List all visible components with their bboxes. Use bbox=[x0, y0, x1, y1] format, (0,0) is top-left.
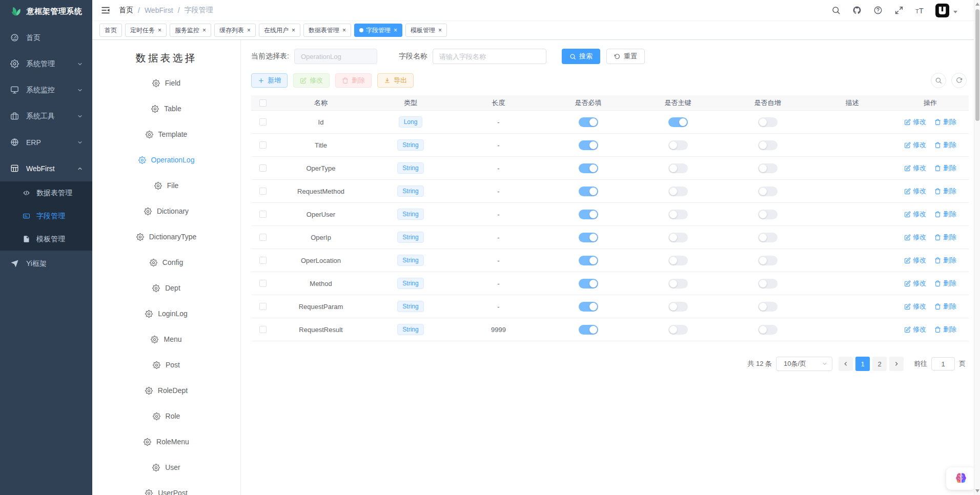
tab-2[interactable]: 服务监控 × bbox=[170, 24, 211, 37]
tree-item[interactable]: UserPost bbox=[92, 480, 240, 495]
required-switch[interactable] bbox=[579, 210, 598, 219]
row-checkbox[interactable] bbox=[259, 326, 267, 333]
assistant-fab[interactable] bbox=[946, 467, 976, 490]
next-page-button[interactable] bbox=[889, 357, 904, 371]
tab-5[interactable]: 数据表管理 × bbox=[303, 24, 351, 37]
edit-button[interactable]: 修改 bbox=[293, 73, 330, 88]
fullscreen-icon[interactable] bbox=[894, 6, 904, 15]
row-checkbox[interactable] bbox=[259, 164, 267, 172]
row-delete-button[interactable]: 删除 bbox=[934, 256, 956, 265]
row-edit-button[interactable]: 修改 bbox=[904, 163, 926, 173]
required-switch[interactable] bbox=[579, 279, 598, 288]
tab-0[interactable]: 首页 bbox=[99, 24, 122, 37]
scroll-up-icon[interactable] bbox=[975, 3, 979, 6]
page-number-button[interactable]: 2 bbox=[872, 357, 887, 371]
vertical-scrollbar[interactable] bbox=[974, 0, 980, 495]
primary-key-switch[interactable] bbox=[668, 302, 688, 312]
prev-page-button[interactable] bbox=[839, 357, 853, 371]
row-checkbox[interactable] bbox=[259, 280, 267, 287]
scrollbar-thumb[interactable] bbox=[975, 9, 979, 121]
primary-key-switch[interactable] bbox=[668, 233, 688, 242]
sidebar-subitem-1[interactable]: 字段管理 bbox=[0, 204, 92, 228]
auto-increment-switch[interactable] bbox=[758, 210, 778, 219]
row-delete-button[interactable]: 删除 bbox=[934, 163, 956, 173]
row-edit-button[interactable]: 修改 bbox=[904, 140, 926, 150]
tree-item[interactable]: Config bbox=[92, 250, 240, 275]
tab-close-icon[interactable]: × bbox=[247, 27, 251, 33]
sidebar-item-0[interactable]: 首页 bbox=[0, 25, 92, 51]
primary-key-switch[interactable] bbox=[668, 117, 688, 127]
row-delete-button[interactable]: 删除 bbox=[934, 325, 956, 334]
tree-item[interactable]: Dept bbox=[92, 275, 240, 301]
export-button[interactable]: 导出 bbox=[377, 73, 414, 88]
row-delete-button[interactable]: 删除 bbox=[934, 210, 956, 219]
required-switch[interactable] bbox=[579, 256, 598, 265]
tree-item[interactable]: LoginLog bbox=[92, 301, 240, 326]
tree-item[interactable]: File bbox=[92, 173, 240, 198]
sidebar-item-4[interactable]: ERP bbox=[0, 129, 92, 155]
refresh-icon[interactable] bbox=[951, 73, 967, 88]
row-edit-button[interactable]: 修改 bbox=[904, 279, 926, 288]
tree-item[interactable]: RoleMenu bbox=[92, 429, 240, 455]
sidebar-subitem-0[interactable]: 数据表管理 bbox=[0, 181, 92, 204]
sidebar-item-bottom[interactable]: Yi框架 bbox=[0, 251, 92, 277]
sidebar-item-1[interactable]: 系统管理 bbox=[0, 51, 92, 77]
page-size-select[interactable]: 10条/页 bbox=[776, 357, 832, 371]
tree-item[interactable]: RoleDept bbox=[92, 378, 240, 403]
select-all-checkbox[interactable] bbox=[259, 99, 267, 107]
tree-item[interactable]: Menu bbox=[92, 326, 240, 352]
primary-key-switch[interactable] bbox=[668, 187, 688, 196]
tree-item[interactable]: Dictionary bbox=[92, 198, 240, 224]
tree-item[interactable]: OperationLog bbox=[92, 147, 240, 173]
row-edit-button[interactable]: 修改 bbox=[904, 302, 926, 311]
primary-key-switch[interactable] bbox=[668, 279, 688, 288]
auto-increment-switch[interactable] bbox=[758, 140, 778, 150]
row-checkbox[interactable] bbox=[259, 188, 267, 195]
tab-6[interactable]: 字段管理 × bbox=[354, 24, 402, 37]
auto-increment-switch[interactable] bbox=[758, 302, 778, 312]
required-switch[interactable] bbox=[579, 163, 598, 173]
tab-7[interactable]: 模板管理 × bbox=[405, 24, 447, 37]
tab-close-icon[interactable]: × bbox=[438, 27, 442, 33]
row-checkbox[interactable] bbox=[259, 234, 267, 241]
tree-item[interactable]: Table bbox=[92, 96, 240, 121]
auto-increment-switch[interactable] bbox=[758, 256, 778, 265]
field-name-input[interactable] bbox=[433, 49, 546, 64]
sidebar-subitem-2[interactable]: 模板管理 bbox=[0, 228, 92, 251]
row-delete-button[interactable]: 删除 bbox=[934, 279, 956, 288]
help-icon[interactable] bbox=[873, 6, 883, 15]
tab-close-icon[interactable]: × bbox=[292, 27, 295, 33]
row-delete-button[interactable]: 删除 bbox=[934, 117, 956, 127]
tree-item[interactable]: Template bbox=[92, 121, 240, 147]
auto-increment-switch[interactable] bbox=[758, 187, 778, 196]
auto-increment-switch[interactable] bbox=[758, 279, 778, 288]
primary-key-switch[interactable] bbox=[668, 210, 688, 219]
row-delete-button[interactable]: 删除 bbox=[934, 140, 956, 150]
required-switch[interactable] bbox=[579, 233, 598, 242]
row-delete-button[interactable]: 删除 bbox=[934, 187, 956, 196]
github-icon[interactable] bbox=[852, 6, 862, 15]
row-delete-button[interactable]: 删除 bbox=[934, 302, 956, 311]
page-number-button[interactable]: 1 bbox=[855, 357, 870, 371]
sidebar-item-5[interactable]: WebFirst bbox=[0, 155, 92, 181]
primary-key-switch[interactable] bbox=[668, 325, 688, 335]
sidebar-fold-icon[interactable] bbox=[100, 5, 111, 15]
tab-close-icon[interactable]: × bbox=[202, 27, 206, 33]
row-checkbox[interactable] bbox=[259, 141, 267, 149]
tab-3[interactable]: 缓存列表 × bbox=[214, 24, 256, 37]
row-edit-button[interactable]: 修改 bbox=[904, 117, 926, 127]
row-edit-button[interactable]: 修改 bbox=[904, 187, 926, 196]
tree-item[interactable]: User bbox=[92, 455, 240, 480]
font-size-icon[interactable]: TT bbox=[915, 7, 924, 14]
row-edit-button[interactable]: 修改 bbox=[904, 325, 926, 334]
primary-key-switch[interactable] bbox=[668, 163, 688, 173]
tab-close-icon[interactable]: × bbox=[394, 27, 397, 33]
user-menu[interactable] bbox=[935, 4, 957, 17]
required-switch[interactable] bbox=[579, 187, 598, 196]
add-button[interactable]: 新增 bbox=[251, 73, 288, 88]
primary-key-switch[interactable] bbox=[668, 256, 688, 265]
tree-item[interactable]: Post bbox=[92, 352, 240, 378]
goto-page-input[interactable] bbox=[931, 357, 955, 370]
required-switch[interactable] bbox=[579, 117, 598, 127]
app-logo[interactable]: 意框架管理系统 bbox=[0, 0, 92, 23]
